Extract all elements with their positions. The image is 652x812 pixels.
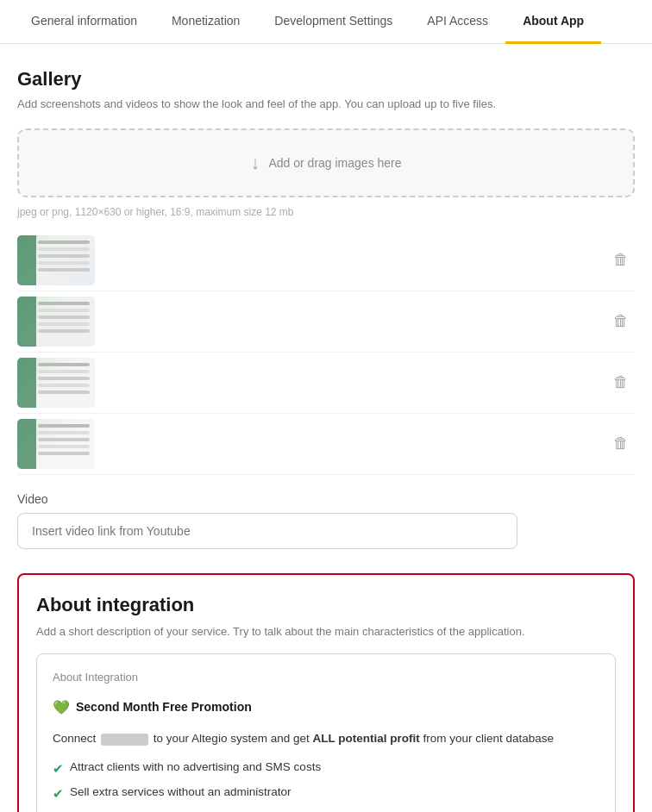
main-content: Gallery Add screenshots and videos to sh… [0,44,652,812]
image-thumbnail-1 [17,235,95,285]
image-row: 🗑 [17,291,635,353]
connect-end: from your client database [423,732,554,745]
image-list: 🗑 🗑 🗑 🗑 [17,230,635,475]
feature-text-2: Sell extra services without an administr… [70,784,292,801]
delete-image-2-button[interactable]: 🗑 [607,308,635,335]
feature-item-1: ✔ Attract clients with no advertising an… [53,759,599,779]
redacted-name [101,734,148,746]
check-icon-1: ✔ [53,759,64,779]
image-row: 🗑 [17,230,635,291]
gallery-description: Add screenshots and videos to show the l… [17,96,635,113]
navigation-tabs: General information Monetization Develop… [0,0,652,44]
video-label: Video [17,492,635,506]
about-integration-section: About integration Add a short descriptio… [17,573,635,813]
feature-item-2: ✔ Sell extra services without an adminis… [53,784,599,804]
upload-hint: jpeg or png, 1120×630 or higher, 16:9, m… [17,206,635,218]
heart-icon: 💚 [53,696,70,719]
upload-area[interactable]: ↓ Add or drag images here [17,128,635,197]
upload-icon: ↓ [250,152,260,174]
gallery-title: Gallery [17,68,635,91]
feature-text-1: Attract clients with no advertising and … [70,759,321,776]
delete-image-4-button[interactable]: 🗑 [607,430,635,458]
delete-image-1-button[interactable]: 🗑 [607,247,635,274]
image-row: 🗑 [17,414,635,475]
feature-list: ✔ Attract clients with no advertising an… [53,759,599,812]
tab-development[interactable]: Development Settings [257,0,410,44]
connect-bold: ALL potential profit [312,732,419,745]
delete-image-3-button[interactable]: 🗑 [607,369,635,397]
video-link-input[interactable] [17,513,517,549]
promo-text: Second Month Free Promotion [76,697,252,718]
gallery-section: Gallery Add screenshots and videos to sh… [17,68,635,475]
about-integration-title: About integration [36,594,616,616]
upload-label: Add or drag images here [268,156,401,170]
tab-about[interactable]: About App [505,0,601,44]
connect-text: Connect to your Altegio system and get A… [53,729,599,748]
tab-general[interactable]: General information [14,0,154,44]
image-thumbnail-3 [17,358,95,408]
tab-api[interactable]: API Access [410,0,505,44]
connect-after: to your Altegio system and get [154,732,310,745]
promo-line: 💚 Second Month Free Promotion [53,696,599,719]
image-row: 🗑 [17,353,635,414]
check-icon-2: ✔ [53,784,64,804]
tab-monetization[interactable]: Monetization [154,0,257,44]
integration-content-box: About Integration 💚 Second Month Free Pr… [36,653,616,812]
image-thumbnail-2 [17,297,95,347]
connect-before: Connect [53,732,96,745]
integration-box-title: About Integration [53,668,599,687]
video-section: Video [17,492,635,573]
image-thumbnail-4 [17,419,95,469]
about-integration-description: Add a short description of your service.… [36,623,616,640]
